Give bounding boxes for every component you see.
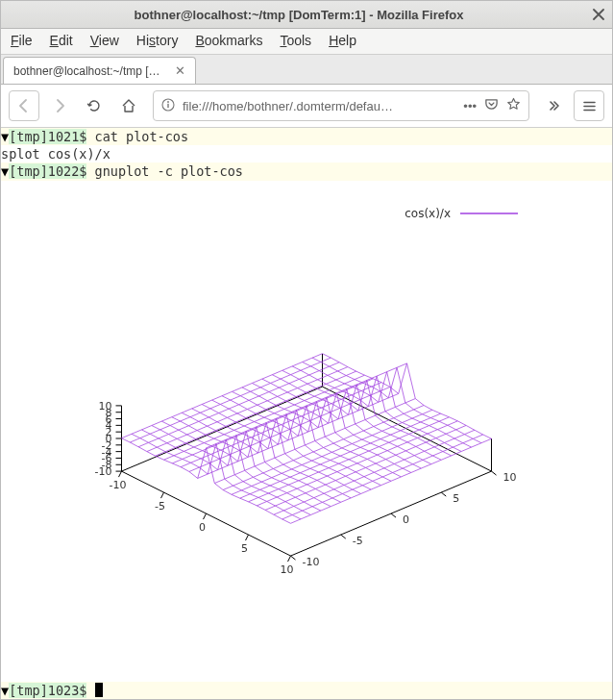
hamburger-menu-icon[interactable] xyxy=(574,90,604,121)
tab-label: bothner@localhost:~/tmp [D… xyxy=(13,64,167,78)
svg-text:-5: -5 xyxy=(155,500,165,512)
menu-view[interactable]: View xyxy=(90,33,119,48)
back-icon[interactable] xyxy=(9,90,39,121)
svg-text:-5: -5 xyxy=(353,535,363,547)
svg-text:cos(x)/x: cos(x)/x xyxy=(405,207,451,220)
svg-text:-10: -10 xyxy=(110,479,127,491)
app-window: bothner@localhost:~/tmp [DomTerm:1] - Mo… xyxy=(0,0,613,700)
titlebar: bothner@localhost:~/tmp [DomTerm:1] - Mo… xyxy=(1,1,612,29)
svg-text:5: 5 xyxy=(453,492,459,505)
toolbar: file:///home/bothner/.domterm/defau… ••• xyxy=(1,85,612,128)
menu-edit[interactable]: Edit xyxy=(50,33,73,48)
info-icon[interactable] xyxy=(161,98,175,114)
menu-bookmarks[interactable]: Bookmarks xyxy=(195,33,262,48)
menu-tools[interactable]: Tools xyxy=(280,33,311,48)
close-icon[interactable] xyxy=(591,7,606,22)
svg-text:5: 5 xyxy=(241,542,248,555)
tabstrip: bothner@localhost:~/tmp [D… ✕ xyxy=(1,55,612,85)
cursor xyxy=(95,683,103,697)
svg-point-1 xyxy=(167,101,169,103)
page-actions-icon[interactable]: ••• xyxy=(463,99,477,113)
urlbar[interactable]: file:///home/bothner/.domterm/defau… ••• xyxy=(153,90,529,121)
url-text: file:///home/bothner/.domterm/defau… xyxy=(183,99,455,113)
overflow-icon[interactable] xyxy=(539,91,568,120)
terminal-content[interactable]: ▼[tmp]1021$ cat plot-cos splot cos(x)/x … xyxy=(1,128,612,699)
svg-text:10: 10 xyxy=(503,471,517,484)
forward-icon[interactable] xyxy=(45,91,74,120)
pocket-icon[interactable] xyxy=(484,97,499,114)
menu-file[interactable]: File xyxy=(11,33,33,48)
term-output: splot cos(x)/x xyxy=(1,145,612,162)
svg-text:-10: -10 xyxy=(303,556,320,568)
tab-close-icon[interactable]: ✕ xyxy=(175,63,185,78)
svg-text:0: 0 xyxy=(403,513,409,526)
tab-domterm[interactable]: bothner@localhost:~/tmp [D… ✕ xyxy=(3,57,196,84)
gnuplot-output: -10-8-6-4-20246810-10-50510-10-50510cos(… xyxy=(1,181,612,631)
reload-icon[interactable] xyxy=(80,91,109,120)
menu-history[interactable]: History xyxy=(136,33,179,48)
svg-text:10: 10 xyxy=(281,563,294,576)
svg-text:0: 0 xyxy=(199,521,206,534)
menubar: File Edit View History Bookmarks Tools H… xyxy=(1,29,612,55)
home-icon[interactable] xyxy=(114,91,143,120)
bookmark-star-icon[interactable] xyxy=(506,97,521,114)
menu-help[interactable]: Help xyxy=(329,33,356,48)
term-line: ▼[tmp]1021$ cat plot-cos xyxy=(1,128,612,145)
window-title: bothner@localhost:~/tmp [DomTerm:1] - Mo… xyxy=(7,8,591,22)
svg-rect-2 xyxy=(167,103,168,107)
term-line: ▼[tmp]1022$ gnuplot -c plot-cos xyxy=(1,162,612,180)
surface-plot: -10-8-6-4-20246810-10-50510-10-50510cos(… xyxy=(37,188,576,631)
term-prompt: ▼[tmp]1023$ xyxy=(1,682,612,699)
svg-text:10: 10 xyxy=(99,400,112,412)
